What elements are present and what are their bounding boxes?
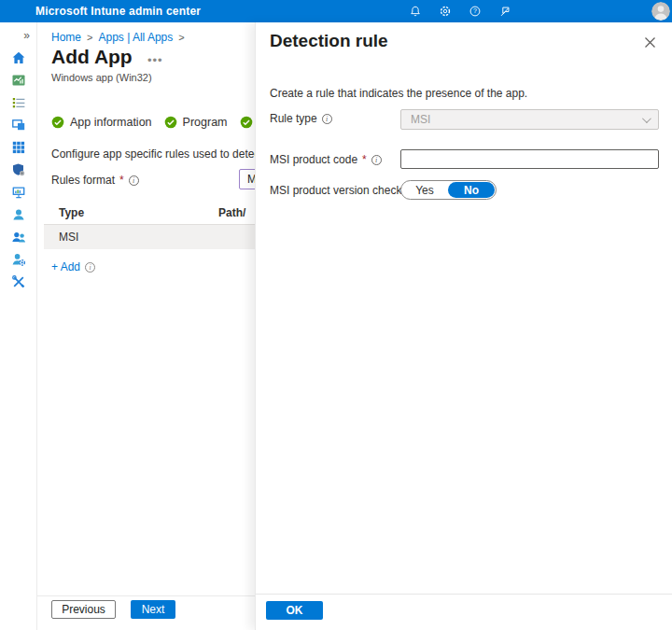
column-header-type: Type — [44, 206, 218, 219]
devices-icon — [11, 118, 26, 133]
add-rule-link[interactable]: + Add — [51, 260, 95, 273]
sidebar-item-dashboard[interactable] — [0, 73, 36, 88]
sidebar-item-reports[interactable] — [0, 185, 36, 200]
step-label: Program — [183, 116, 228, 129]
info-icon[interactable] — [322, 114, 332, 124]
required-asterisk: * — [362, 153, 367, 166]
chevron-down-icon — [642, 114, 651, 123]
app-title: Microsoft Intune admin center — [35, 5, 201, 18]
panel-title: Detection rule — [270, 31, 388, 51]
close-icon[interactable] — [644, 35, 656, 48]
sidebar-item-all-services[interactable] — [0, 95, 36, 110]
rule-type-label: Rule type — [270, 112, 332, 125]
check-circle-icon — [240, 116, 253, 129]
users-icon — [11, 207, 26, 222]
panel-description: Create a rule that indicates the presenc… — [270, 87, 527, 100]
toggle-option-yes[interactable]: Yes — [401, 184, 448, 197]
msi-product-code-input[interactable] — [400, 149, 659, 169]
bell-icon[interactable] — [409, 5, 422, 18]
intune-admin-center-window: Microsoft Intune admin center ? » — [0, 0, 672, 630]
sidebar-item-devices[interactable] — [0, 118, 36, 133]
gear-icon[interactable] — [439, 5, 452, 18]
sidebar-item-apps[interactable] — [0, 140, 36, 155]
home-icon — [11, 50, 26, 65]
breadcrumb-all-apps-link[interactable]: Apps | All Apps — [98, 31, 189, 44]
msi-version-check-label: MSI product version check — [270, 184, 416, 197]
check-circle-icon — [51, 116, 64, 129]
next-button[interactable]: Next — [131, 600, 175, 619]
left-nav-sidebar: » — [0, 22, 37, 630]
msi-version-check-toggle[interactable]: Yes No — [400, 180, 497, 200]
reports-icon — [11, 185, 26, 200]
msi-product-code-label: MSI product code* — [270, 153, 382, 166]
rules-format-label: Rules format* — [51, 174, 139, 187]
step-app-information[interactable]: App information — [51, 116, 152, 129]
toggle-option-no-selected[interactable]: No — [448, 182, 495, 198]
groups-icon — [11, 230, 26, 245]
tenant-admin-icon — [11, 252, 26, 267]
svg-text:?: ? — [473, 7, 477, 14]
step-label: App information — [70, 116, 152, 129]
sidebar-item-home[interactable] — [0, 50, 36, 65]
column-header-path: Path/ — [218, 206, 245, 219]
dashboard-icon — [11, 73, 26, 88]
previous-button[interactable]: Previous — [51, 600, 116, 619]
info-icon[interactable] — [85, 262, 95, 273]
expand-sidebar-icon[interactable]: » — [23, 29, 30, 42]
wizard-steps: App information Program — [51, 116, 259, 129]
sidebar-item-groups[interactable] — [0, 230, 36, 245]
panel-footer-divider — [256, 594, 672, 595]
info-icon[interactable] — [371, 155, 382, 165]
check-circle-icon — [164, 116, 177, 129]
sidebar-item-troubleshooting[interactable] — [0, 274, 36, 289]
topbar-icon-group: ? — [409, 0, 511, 22]
help-icon[interactable]: ? — [469, 5, 482, 18]
nav-item-list — [0, 50, 36, 289]
top-app-bar: Microsoft Intune admin center ? — [0, 0, 672, 22]
page-subtitle: Windows app (Win32) — [51, 72, 152, 83]
apps-icon — [11, 140, 26, 155]
breadcrumb-home-link[interactable]: Home — [51, 31, 98, 44]
detection-rule-panel: Detection rule Create a rule that indica… — [255, 22, 672, 630]
troubleshooting-icon — [11, 274, 26, 289]
step-program[interactable]: Program — [164, 116, 228, 129]
more-options-icon[interactable]: ••• — [147, 53, 163, 67]
rule-type-dropdown-disabled: MSI — [400, 109, 659, 130]
shield-icon — [11, 162, 26, 177]
info-icon[interactable] — [129, 175, 139, 186]
user-avatar[interactable] — [651, 2, 670, 21]
ok-button[interactable]: OK — [266, 601, 323, 620]
feedback-icon[interactable] — [498, 5, 511, 18]
sidebar-item-tenant-administration[interactable] — [0, 252, 36, 267]
page-title: Add App — [51, 46, 133, 68]
required-asterisk: * — [119, 174, 124, 187]
sidebar-item-users[interactable] — [0, 207, 36, 222]
breadcrumb: HomeApps | All Apps — [51, 31, 190, 44]
all-services-icon — [11, 95, 26, 110]
sidebar-item-endpoint-security[interactable] — [0, 162, 36, 177]
cell-type: MSI — [44, 231, 78, 244]
